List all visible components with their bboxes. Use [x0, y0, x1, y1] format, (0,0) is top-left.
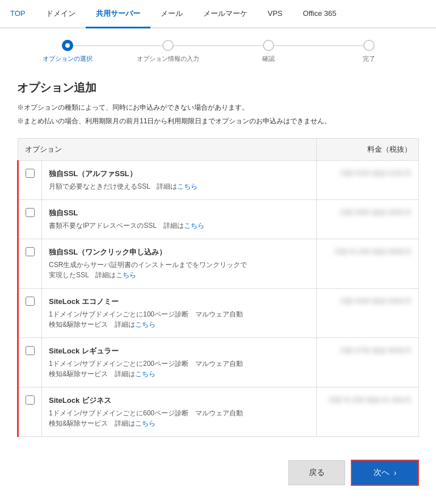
ssl-alpha-name: 独自SSL（アルファSSL）: [49, 169, 309, 179]
ssl-alpha-option: 独自SSL（アルファSSL） 月額で必要なときだけ使えるSSL 詳細はこちら: [42, 161, 317, 200]
step-1-label: オプションの選択: [43, 55, 93, 63]
table-row: SiteLock ビジネス 1ドメイン/サブドメインごとに600ページ診断 マル…: [18, 388, 419, 437]
ssl-alpha-desc: 月額で必要なときだけ使えるSSL 詳細はこちら: [49, 181, 309, 191]
ssl-standard-checkbox[interactable]: [26, 208, 35, 217]
notice-1: ※オプションの種類によって、同時にお申込みができない場合があります。: [17, 102, 419, 113]
step-indicator: オプションの選択 オプション情報の入力 確認 完了: [0, 28, 436, 69]
notice-2: ※まとめ払いの場合、利用期限月の前月11日から利用期限日までオプションのお申込み…: [17, 116, 419, 127]
ssl-oneclick-name: 独自SSL（ワンクリック申し込み）: [49, 247, 309, 257]
sitelock-economy-desc: 1ドメイン/サブドメインごとに100ページ診断 マルウェア自動 検知&駆除サービ…: [49, 309, 309, 330]
step-2-circle: [162, 40, 174, 51]
back-button[interactable]: 戻る: [288, 460, 345, 485]
sitelock-business-checkbox-cell: [18, 388, 42, 437]
sitelock-business-link[interactable]: こちら: [135, 419, 156, 427]
next-arrow-icon: ›: [394, 468, 397, 477]
ssl-alpha-price: 月額 ¥200 税抜 ¥182/月: [317, 161, 419, 200]
step-3: 確認: [218, 40, 318, 63]
ssl-oneclick-checkbox[interactable]: [26, 247, 35, 256]
step-4-label: 完了: [363, 55, 375, 63]
step-1: オプションの選択: [17, 40, 118, 63]
ssl-alpha-checkbox[interactable]: [26, 169, 35, 178]
ssl-standard-checkbox-cell: [18, 200, 42, 239]
sitelock-economy-option: SiteLock エコノミー 1ドメイン/サブドメインごとに100ページ診断 マ…: [42, 289, 317, 338]
button-area: 戻る 次へ ›: [0, 448, 436, 497]
sitelock-business-price: 月額 ¥1,500 税抜 ¥1,364/月: [317, 388, 419, 437]
nav-top[interactable]: TOP: [0, 0, 36, 28]
ssl-oneclick-option: 独自SSL（ワンクリック申し込み） CSR生成からサーバ証明書のインストールまで…: [42, 239, 317, 289]
next-button-label: 次へ: [374, 468, 389, 478]
col-price-header: 料金（税抜）: [317, 139, 419, 161]
sitelock-regular-link[interactable]: こちら: [135, 370, 156, 378]
sitelock-business-desc: 1ドメイン/サブドメインごとに600ページ診断 マルウェア自動 検知&駆除サービ…: [49, 408, 309, 428]
step-1-circle: [62, 40, 73, 51]
nav-shared-server[interactable]: 共用サーバー: [86, 0, 150, 28]
table-row: 独自SSL 書類不要なIPアドレスベースのSSL 詳細はこちら 月額 ¥500 …: [18, 200, 419, 239]
sitelock-regular-desc: 1ドメイン/サブドメインごとに200ページ診断 マルウェア自動 検知&駆除サービ…: [49, 359, 309, 379]
nav-mail[interactable]: メール: [150, 0, 193, 28]
ssl-oneclick-desc: CSR生成からサーバ証明書のインストールまでをワンクリックで 実現したSSL 詳…: [49, 260, 309, 280]
table-row: 独自SSL（アルファSSL） 月額で必要なときだけ使えるSSL 詳細はこちら 月…: [18, 161, 419, 200]
sitelock-economy-price: 月額 ¥400 税抜 ¥364/月: [317, 289, 419, 338]
sitelock-regular-price: 月額 ¥700 税抜 ¥636/月: [317, 338, 419, 388]
sitelock-regular-name: SiteLock レギュラー: [49, 346, 309, 356]
main-content: オプション追加 ※オプションの種類によって、同時にお申込みができない場合がありま…: [0, 69, 436, 448]
step-4: 完了: [318, 40, 419, 63]
nav-mail-magazine[interactable]: メールマーケ: [193, 0, 258, 28]
options-table: オプション 料金（税抜） 独自SSL（アルファSSL） 月額で必要なときだけ使え…: [17, 138, 419, 437]
ssl-oneclick-checkbox-cell: [18, 239, 42, 289]
nav-vps[interactable]: VPS: [258, 0, 293, 28]
ssl-oneclick-price: 月額 ¥1,000 税抜 ¥909/月: [317, 239, 419, 289]
sitelock-regular-checkbox[interactable]: [26, 346, 35, 355]
sitelock-economy-link[interactable]: こちら: [135, 320, 156, 328]
step-2: オプション情報の入力: [118, 40, 218, 63]
ssl-standard-desc: 書類不要なIPアドレスベースのSSL 詳細はこちら: [49, 220, 309, 231]
step-2-label: オプション情報の入力: [137, 55, 199, 63]
step-3-label: 確認: [262, 55, 275, 63]
step-3-circle: [263, 40, 274, 51]
sitelock-business-checkbox[interactable]: [26, 395, 35, 405]
table-row: SiteLock レギュラー 1ドメイン/サブドメインごとに200ページ診断 マ…: [18, 338, 419, 388]
nav-office365[interactable]: Office 365: [293, 0, 347, 28]
sitelock-regular-option: SiteLock レギュラー 1ドメイン/サブドメインごとに200ページ診断 マ…: [42, 338, 317, 388]
table-row: 独自SSL（ワンクリック申し込み） CSR生成からサーバ証明書のインストールまで…: [18, 239, 419, 289]
ssl-standard-name: 独自SSL: [49, 208, 309, 218]
sitelock-economy-checkbox-cell: [18, 289, 42, 338]
sitelock-economy-name: SiteLock エコノミー: [49, 297, 309, 307]
sitelock-economy-checkbox[interactable]: [26, 297, 35, 306]
ssl-alpha-checkbox-cell: [18, 161, 42, 200]
ssl-alpha-link[interactable]: こちら: [177, 182, 198, 190]
col-option-header: オプション: [18, 139, 317, 161]
table-row: SiteLock エコノミー 1ドメイン/サブドメインごとに100ページ診断 マ…: [18, 289, 419, 338]
sitelock-business-option: SiteLock ビジネス 1ドメイン/サブドメインごとに600ページ診断 マル…: [42, 388, 317, 437]
ssl-oneclick-link[interactable]: こちら: [116, 271, 136, 279]
page-title: オプション追加: [17, 80, 419, 95]
ssl-standard-price: 月額 ¥500 税抜 ¥455/月: [317, 200, 419, 239]
sitelock-regular-checkbox-cell: [18, 338, 42, 388]
next-button[interactable]: 次へ ›: [351, 460, 419, 486]
ssl-standard-option: 独自SSL 書類不要なIPアドレスベースのSSL 詳細はこちら: [42, 200, 317, 239]
nav-domain[interactable]: ドメイン: [36, 0, 86, 28]
ssl-standard-link[interactable]: こちら: [184, 222, 204, 230]
sitelock-business-name: SiteLock ビジネス: [49, 395, 309, 406]
step-4-circle: [363, 40, 375, 51]
top-navigation: TOP ドメイン 共用サーバー メール メールマーケ VPS Office 36…: [0, 0, 436, 28]
